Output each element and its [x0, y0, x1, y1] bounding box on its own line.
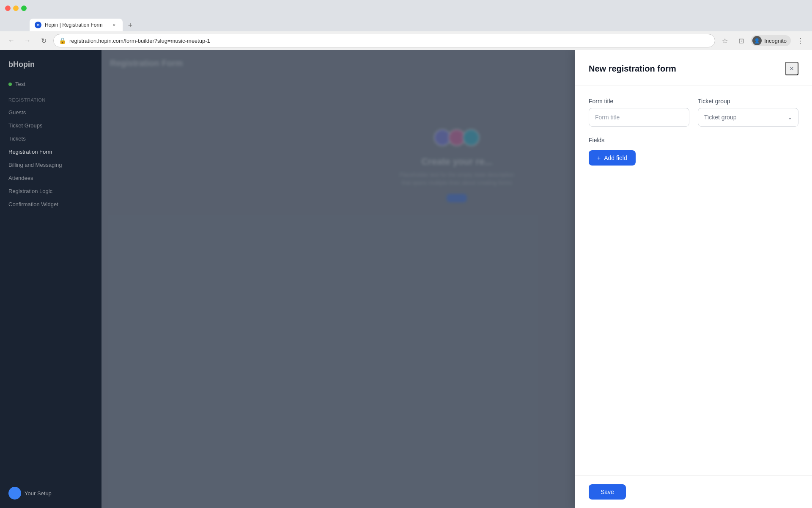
modal-body: Form title Ticket group Ticket group ⌄: [575, 86, 812, 475]
titlebar: [0, 0, 812, 16]
user-avatar: [8, 487, 21, 500]
sidebar-item-registration-form[interactable]: Registration Form: [0, 145, 102, 158]
back-button[interactable]: ←: [5, 34, 18, 47]
split-view-icon[interactable]: ⊡: [735, 34, 747, 47]
lock-icon: 🔒: [59, 37, 66, 44]
sidebar: bHopin Test Registration Guests Ticket G…: [0, 50, 102, 508]
forward-button[interactable]: →: [21, 34, 34, 47]
new-tab-button[interactable]: +: [124, 19, 136, 31]
sidebar-item-billing-messaging[interactable]: Billing and Messaging: [0, 158, 102, 171]
modal-panel: New registration form × Form title Ticke…: [575, 50, 812, 508]
tab-close-button[interactable]: ×: [111, 22, 118, 28]
address-bar[interactable]: 🔒 registration.hopin.com/form-builder?sl…: [53, 34, 715, 47]
sidebar-bottom: Your Setup: [0, 487, 102, 500]
maximize-window-button[interactable]: [21, 6, 27, 11]
sidebar-section-registration: Registration: [0, 91, 102, 106]
sidebar-item-tickets[interactable]: Tickets: [0, 132, 102, 145]
modal-title: New registration form: [589, 64, 676, 74]
logo-text: bHopin: [8, 60, 35, 69]
add-field-label: Add field: [604, 155, 627, 161]
user-setup-label: Your Setup: [25, 490, 52, 497]
form-title-label: Form title: [589, 98, 689, 105]
sidebar-logo: bHopin: [0, 57, 102, 77]
form-row-title-group: Form title Ticket group Ticket group ⌄: [589, 98, 798, 127]
sidebar-item-label: Registration Logic: [8, 188, 52, 194]
reload-button[interactable]: ↻: [37, 34, 50, 47]
url-text: registration.hopin.com/form-builder?slug…: [69, 38, 710, 44]
form-title-input[interactable]: [589, 108, 689, 127]
incognito-badge: 👤 Incognito: [751, 35, 791, 46]
incognito-label: Incognito: [764, 38, 787, 44]
sidebar-item-test[interactable]: Test: [0, 77, 102, 91]
tab-title: Hopin | Registration Form: [45, 22, 107, 28]
tab-favicon: H: [35, 22, 41, 28]
toolbar-right: ☆ ⊡ 👤 Incognito ⋮: [719, 34, 807, 47]
user-setup-button[interactable]: Your Setup: [8, 487, 93, 500]
fields-section-label: Fields: [589, 137, 798, 144]
modal-header: New registration form ×: [575, 50, 812, 86]
plus-icon: +: [597, 155, 601, 161]
page-content: bHopin Test Registration Guests Ticket G…: [0, 50, 812, 508]
sidebar-item-label: Tickets: [8, 135, 26, 142]
browser-toolbar: ← → ↻ 🔒 registration.hopin.com/form-buil…: [0, 31, 812, 50]
window-controls: [5, 6, 27, 11]
sidebar-item-ticket-groups[interactable]: Ticket Groups: [0, 119, 102, 132]
form-group-title: Form title: [589, 98, 689, 127]
minimize-window-button[interactable]: [13, 6, 19, 11]
save-button[interactable]: Save: [589, 484, 626, 500]
sidebar-item-confirmation-widget[interactable]: Confirmation Widget: [0, 198, 102, 211]
sidebar-item-label: Confirmation Widget: [8, 201, 58, 207]
sidebar-item-registration-logic[interactable]: Registration Logic: [0, 185, 102, 198]
sidebar-item-label: Attendees: [8, 175, 33, 181]
menu-icon[interactable]: ⋮: [794, 34, 807, 47]
modal-footer: Save: [575, 475, 812, 508]
ticket-group-select-wrapper: Ticket group ⌄: [698, 108, 798, 127]
bookmark-icon[interactable]: ☆: [719, 34, 731, 47]
ticket-group-select[interactable]: Ticket group: [698, 108, 798, 127]
ticket-group-label: Ticket group: [698, 98, 798, 105]
close-window-button[interactable]: [5, 6, 11, 11]
close-modal-button[interactable]: ×: [785, 62, 798, 75]
add-field-button[interactable]: + Add field: [589, 150, 636, 166]
form-group-ticket: Ticket group Ticket group ⌄: [698, 98, 798, 127]
sidebar-item-label: Registration Form: [8, 149, 52, 155]
sidebar-item-attendees[interactable]: Attendees: [0, 171, 102, 185]
active-tab[interactable]: H Hopin | Registration Form ×: [30, 19, 123, 31]
sidebar-item-label: Ticket Groups: [8, 122, 42, 129]
status-dot-icon: [8, 83, 12, 86]
sidebar-item-label: Billing and Messaging: [8, 162, 62, 168]
close-icon: ×: [790, 64, 794, 73]
tab-bar: H Hopin | Registration Form × +: [0, 16, 812, 31]
sidebar-item-label: Guests: [8, 109, 26, 116]
incognito-icon: 👤: [752, 36, 762, 45]
sidebar-item-label: Test: [15, 81, 25, 87]
sidebar-item-guests[interactable]: Guests: [0, 106, 102, 119]
